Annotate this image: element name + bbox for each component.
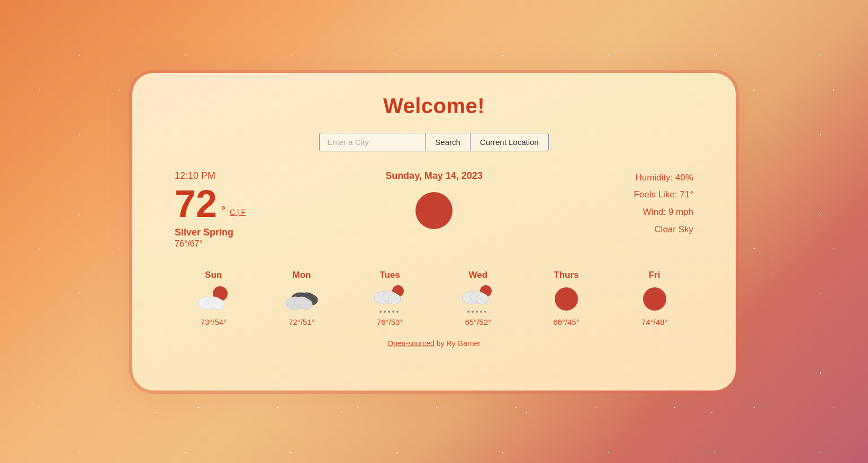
day-temp-range: 76°/53° [377,317,403,326]
humidity-stat: Humidity: 40% [635,170,693,186]
temp-degree: ° [221,204,225,216]
day-label: Fri [649,270,661,280]
search-button[interactable]: Search [425,133,470,151]
day-label: Thurs [554,270,578,280]
feels-like-stat: Feels Like: 71° [634,187,693,203]
forecast-day: Mon 72°/51° [286,270,318,326]
weather-left: 12:10 PM 72 ° C | F Silver Spring 76°/67… [175,170,348,249]
sun-icon [555,287,578,311]
page-title: Welcome! [164,94,704,118]
weather-card: Welcome! Search Current Location 12:10 P… [132,73,736,391]
sun-icon [643,287,666,311]
sun-icon [415,192,453,229]
forecast-day: Fri 74°/48° [639,270,671,326]
footer-suffix: by Ry Garner [435,339,481,348]
forecast-day: Thurs 66°/45° [550,270,582,326]
day-label: Tues [379,270,400,280]
day-temp-range: 66°/45° [553,317,580,326]
svg-point-8 [300,299,312,310]
day-temp-range: 73°/54° [201,317,227,326]
forecast-day: Tues 76°/53° [374,270,406,326]
search-row: Search Current Location [164,133,704,151]
svg-point-2 [212,299,224,310]
forecast-day: Wed 65°/52° [462,270,494,326]
location-name: Silver Spring [175,227,233,238]
day-label: Mon [293,270,311,280]
svg-point-11 [388,294,401,304]
day-temp-range: 65°/52° [465,317,492,326]
day-label: Sun [205,270,222,280]
weather-icon-container [462,286,494,312]
weather-icon-container [197,286,229,312]
partly-cloudy-icon [198,286,229,312]
condition-stat: Clear Sky [654,222,693,238]
weather-icon-container [374,286,406,312]
footer: Open-sourced by Ry Garner [164,339,704,348]
forecast-day: Sun 73°/54° [197,270,229,326]
temp-unit-toggle[interactable]: C | F [230,208,246,216]
day-temp-range: 72°/51° [288,317,315,326]
current-date: Sunday, May 14, 2023 [385,170,483,181]
weather-right: Humidity: 40% Feels Like: 71° Wind: 9 mp… [520,170,693,238]
temp-row: 72 ° C | F [175,185,246,223]
day-temp-range: 74°/48° [641,317,668,326]
current-time: 12:10 PM [175,170,215,181]
forecast-row: Sun 73°/54° Mon 72°/51° Tues [164,270,704,326]
temp-range: 76°/67° [175,239,203,249]
weather-main: 12:10 PM 72 ° C | F Silver Spring 76°/67… [164,170,704,249]
current-location-button[interactable]: Current Location [470,133,549,151]
rain-cloud-icon [374,285,406,313]
wind-stat: Wind: 9 mph [643,205,693,220]
search-input[interactable] [319,133,425,151]
temperature-display: 72 [175,185,217,223]
weather-center: Sunday, May 14, 2023 [348,170,521,229]
svg-point-14 [476,294,489,304]
weather-icon-container [639,286,671,312]
cloudy-night-icon [286,286,318,312]
day-label: Wed [469,270,488,280]
open-source-link[interactable]: Open-sourced [387,339,435,348]
rain-cloud-icon [462,285,494,313]
weather-icon-container [286,286,318,312]
weather-icon-container [550,286,582,312]
